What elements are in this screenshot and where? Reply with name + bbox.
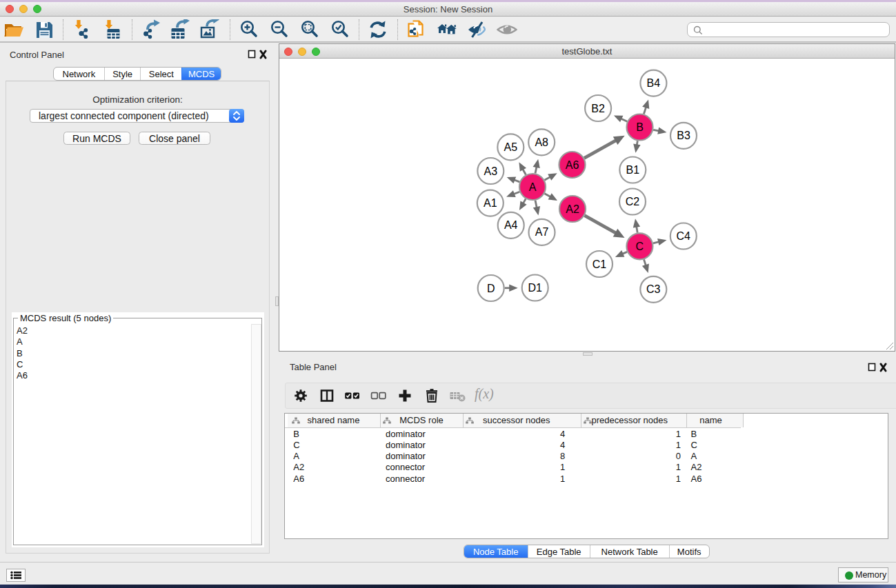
svg-text:A7: A7 <box>535 226 549 238</box>
svg-text:A5: A5 <box>504 141 518 153</box>
svg-text:C: C <box>636 241 644 252</box>
svg-text:A6: A6 <box>566 159 579 171</box>
svg-text:B1: B1 <box>626 164 640 176</box>
svg-text:D: D <box>487 283 495 294</box>
svg-text:C2: C2 <box>626 196 640 207</box>
svg-text:D1: D1 <box>528 282 542 294</box>
svg-text:B4: B4 <box>647 77 661 89</box>
svg-text:C1: C1 <box>593 258 607 270</box>
svg-text:B2: B2 <box>591 103 605 114</box>
svg-text:A2: A2 <box>566 203 579 215</box>
svg-text:A8: A8 <box>535 136 548 148</box>
svg-text:A4: A4 <box>504 219 518 231</box>
svg-text:A: A <box>529 181 537 193</box>
svg-text:C4: C4 <box>677 230 691 242</box>
svg-text:B3: B3 <box>677 130 690 141</box>
svg-text:A3: A3 <box>484 165 498 177</box>
svg-text:B: B <box>636 121 644 133</box>
svg-text:A1: A1 <box>484 197 497 209</box>
svg-text:C3: C3 <box>646 283 661 295</box>
